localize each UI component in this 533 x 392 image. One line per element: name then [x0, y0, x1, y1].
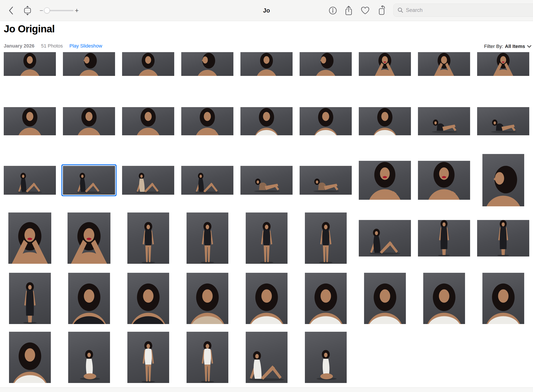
- photo-grid: [0, 0, 533, 392]
- person-silhouette: [187, 213, 228, 264]
- person-silhouette: [122, 166, 174, 195]
- person-silhouette: [359, 107, 411, 135]
- photo-thumbnail[interactable]: [305, 273, 347, 324]
- person-silhouette: [8, 213, 51, 264]
- photo-thumbnail[interactable]: [4, 107, 56, 135]
- photo-thumbnail[interactable]: [418, 161, 470, 200]
- person-silhouette: [418, 52, 470, 76]
- person-silhouette: [181, 107, 233, 135]
- photo-thumbnail[interactable]: [8, 213, 51, 264]
- person-silhouette: [240, 166, 293, 195]
- photo-thumbnail[interactable]: [63, 52, 115, 76]
- photo-thumbnail[interactable]: [246, 332, 288, 383]
- person-silhouette: [359, 161, 411, 200]
- person-silhouette: [9, 273, 51, 324]
- photo-thumbnail[interactable]: [359, 161, 411, 200]
- photo-thumbnail[interactable]: [418, 52, 470, 76]
- person-silhouette: [477, 52, 529, 76]
- photo-thumbnail[interactable]: [68, 332, 110, 383]
- photo-thumbnail[interactable]: [300, 166, 352, 195]
- person-silhouette: [127, 273, 169, 324]
- photo-thumbnail[interactable]: [300, 52, 352, 76]
- person-silhouette: [477, 220, 529, 257]
- photo-thumbnail[interactable]: [359, 220, 411, 257]
- person-silhouette: [482, 154, 524, 206]
- person-silhouette: [181, 52, 233, 76]
- photo-thumbnail[interactable]: [181, 107, 233, 135]
- person-silhouette: [418, 220, 470, 257]
- person-silhouette: [187, 332, 228, 383]
- person-silhouette: [482, 273, 524, 324]
- photo-thumbnail[interactable]: [4, 166, 56, 195]
- photo-thumbnail[interactable]: [423, 273, 465, 324]
- photo-thumbnail[interactable]: [482, 154, 524, 206]
- photo-thumbnail[interactable]: [127, 213, 169, 264]
- photo-thumbnail[interactable]: [240, 107, 293, 135]
- person-silhouette: [181, 166, 233, 195]
- photo-thumbnail[interactable]: [68, 273, 110, 324]
- person-silhouette: [418, 161, 470, 200]
- person-silhouette: [300, 107, 352, 135]
- person-silhouette: [246, 273, 288, 324]
- person-silhouette: [63, 107, 115, 135]
- person-silhouette: [127, 332, 169, 383]
- photo-thumbnail[interactable]: [187, 213, 228, 264]
- photo-thumbnail[interactable]: [305, 332, 347, 383]
- photo-thumbnail[interactable]: [364, 273, 406, 324]
- person-silhouette: [418, 107, 470, 135]
- photo-thumbnail[interactable]: [240, 52, 293, 76]
- photo-thumbnail[interactable]: [68, 213, 110, 264]
- person-silhouette: [423, 273, 465, 324]
- person-silhouette: [240, 107, 293, 135]
- photo-thumbnail[interactable]: [359, 52, 411, 76]
- photo-thumbnail[interactable]: [246, 213, 288, 264]
- photo-thumbnail[interactable]: [418, 220, 470, 257]
- photo-thumbnail[interactable]: [127, 273, 169, 324]
- photo-thumbnail[interactable]: [181, 52, 233, 76]
- photo-thumbnail-selected[interactable]: [63, 166, 115, 195]
- person-silhouette: [122, 52, 174, 76]
- person-silhouette: [305, 273, 347, 324]
- photo-thumbnail[interactable]: [477, 52, 529, 76]
- person-silhouette: [300, 166, 352, 195]
- photo-thumbnail[interactable]: [63, 107, 115, 135]
- photos-app-window: − + Jo: [0, 0, 533, 392]
- person-silhouette: [477, 107, 529, 135]
- photo-thumbnail[interactable]: [246, 273, 288, 324]
- person-silhouette: [4, 166, 56, 195]
- person-silhouette: [187, 273, 228, 324]
- person-silhouette: [359, 52, 411, 76]
- photo-thumbnail[interactable]: [9, 332, 51, 383]
- person-silhouette: [63, 52, 115, 76]
- person-silhouette: [9, 332, 51, 383]
- photo-thumbnail[interactable]: [181, 166, 233, 195]
- photo-thumbnail[interactable]: [9, 273, 51, 324]
- photo-thumbnail[interactable]: [187, 273, 228, 324]
- photo-thumbnail[interactable]: [122, 107, 174, 135]
- person-silhouette: [68, 332, 110, 383]
- bottom-bar: [0, 387, 533, 392]
- photo-thumbnail[interactable]: [305, 213, 347, 264]
- photo-thumbnail[interactable]: [240, 166, 293, 195]
- person-silhouette: [4, 107, 56, 135]
- person-silhouette: [240, 52, 293, 76]
- photo-thumbnail[interactable]: [127, 332, 169, 383]
- photo-thumbnail[interactable]: [418, 107, 470, 135]
- photo-thumbnail[interactable]: [122, 52, 174, 76]
- person-silhouette: [246, 213, 288, 264]
- person-silhouette: [122, 107, 174, 135]
- person-silhouette: [305, 213, 347, 264]
- person-silhouette: [364, 273, 406, 324]
- photo-thumbnail[interactable]: [477, 220, 529, 257]
- photo-thumbnail[interactable]: [482, 273, 524, 324]
- photo-thumbnail[interactable]: [477, 107, 529, 135]
- photo-thumbnail[interactable]: [359, 107, 411, 135]
- person-silhouette: [4, 52, 56, 76]
- photo-thumbnail[interactable]: [4, 52, 56, 76]
- photo-thumbnail[interactable]: [300, 107, 352, 135]
- photo-thumbnail[interactable]: [122, 166, 174, 195]
- person-silhouette: [127, 213, 169, 264]
- person-silhouette: [300, 52, 352, 76]
- person-silhouette: [68, 273, 110, 324]
- photo-thumbnail[interactable]: [187, 332, 228, 383]
